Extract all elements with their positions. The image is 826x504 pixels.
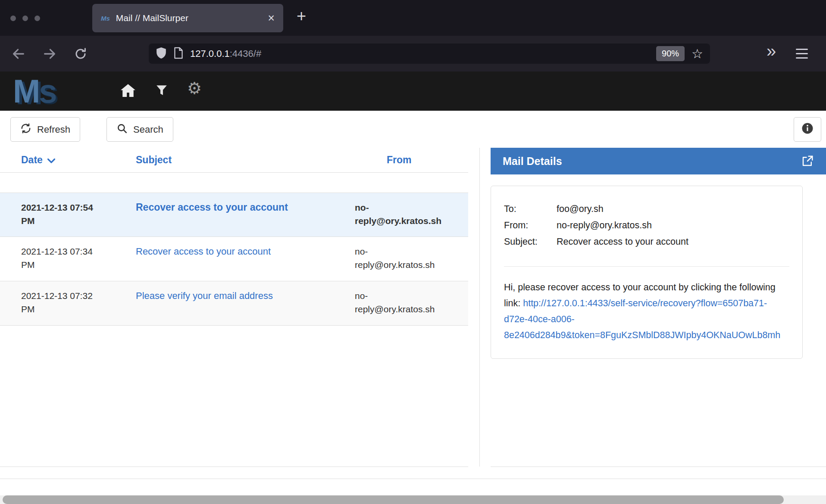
browser-toolbar: 127.0.0.1:4436/# 90% ☆ » xyxy=(0,36,826,72)
browser-tab-strip: Ms Mail // MailSlurper × + xyxy=(0,0,826,36)
mail-subject-link[interactable]: Recover access to your account xyxy=(136,246,271,257)
logo-letter-m: M xyxy=(13,73,39,109)
refresh-button[interactable]: Refresh xyxy=(10,117,80,142)
recovery-link[interactable]: http://127.0.0.1:4433/self-service/recov… xyxy=(504,298,780,340)
url-text: 127.0.0.1:4436/# xyxy=(190,48,649,59)
settings-gear-icon[interactable]: ⚙ xyxy=(187,80,202,96)
open-external-icon[interactable] xyxy=(801,155,814,168)
new-tab-button[interactable]: + xyxy=(297,7,306,25)
mail-meta: To: foo@ory.sh From: no-reply@ory.kratos… xyxy=(504,201,789,250)
info-icon xyxy=(801,122,814,137)
browser-window: Ms Mail // MailSlurper × + 127.0.0.1:443… xyxy=(0,0,826,504)
window-button-dot[interactable] xyxy=(34,16,40,21)
window-controls[interactable] xyxy=(10,16,40,21)
forward-icon[interactable] xyxy=(41,46,58,62)
mail-details-title: Mail Details xyxy=(503,155,801,168)
refresh-label: Refresh xyxy=(37,124,70,135)
url-bar[interactable]: 127.0.0.1:4436/# 90% ☆ xyxy=(149,44,710,64)
mail-details-header: Mail Details xyxy=(491,148,826,174)
from-label: From: xyxy=(504,217,557,233)
window-button-dot[interactable] xyxy=(22,16,28,21)
to-label: To: xyxy=(504,201,557,217)
column-header-subject[interactable]: Subject xyxy=(136,154,355,166)
overflow-menu-icon[interactable]: » xyxy=(767,41,776,61)
from-value: no-reply@ory.kratos.sh xyxy=(557,217,652,233)
logo-letter-s: s xyxy=(39,73,56,109)
mailslurper-logo: Ms xyxy=(13,72,56,111)
mail-list-row[interactable]: 2021-12-13 07:54 PM Recover access to yo… xyxy=(0,193,468,237)
mail-from: no-reply@ory.kratos.sh xyxy=(355,201,446,236)
browser-tab[interactable]: Ms Mail // MailSlurper × xyxy=(92,4,283,32)
mail-from: no-reply@ory.kratos.sh xyxy=(355,289,446,325)
zoom-level-badge[interactable]: 90% xyxy=(656,46,685,61)
mail-list-header: Date Subject From xyxy=(0,148,468,173)
divider-line xyxy=(491,467,826,467)
mail-list: 2021-12-13 07:54 PM Recover access to yo… xyxy=(0,193,468,326)
column-header-from[interactable]: From xyxy=(355,154,412,166)
subject-label: Subject: xyxy=(504,233,557,250)
mail-list-row[interactable]: 2021-12-13 07:34 PM Recover access to yo… xyxy=(0,237,468,281)
mailslurper-favicon-icon: Ms xyxy=(101,15,110,22)
reload-icon[interactable] xyxy=(72,46,89,62)
mail-details-card: To: foo@ory.sh From: no-reply@ory.kratos… xyxy=(491,186,803,359)
from-header-label: From xyxy=(387,154,412,166)
divider-line xyxy=(0,479,826,479)
url-host: 127.0.0.1 xyxy=(190,48,230,59)
info-button[interactable] xyxy=(794,117,821,142)
search-button[interactable]: Search xyxy=(106,117,173,142)
sort-caret-down-icon xyxy=(47,158,56,164)
window-button-dot[interactable] xyxy=(10,16,16,21)
shield-icon[interactable] xyxy=(156,47,167,61)
bookmark-star-icon[interactable]: ☆ xyxy=(691,47,703,60)
mail-body: Hi, please recover access to your accoun… xyxy=(504,280,789,343)
page-icon xyxy=(174,47,183,61)
mailslurper-navbar: Ms ⚙ xyxy=(0,72,826,111)
pane-divider xyxy=(479,148,480,467)
mail-subject-link[interactable]: Recover access to your account xyxy=(136,202,288,213)
home-icon[interactable] xyxy=(121,84,135,99)
back-icon[interactable] xyxy=(10,46,27,62)
refresh-icon xyxy=(20,123,31,137)
mail-date: 2021-12-13 07:34 PM xyxy=(21,245,136,281)
mail-subject-link[interactable]: Please verify your email address xyxy=(136,290,273,301)
subject-value: Recover access to your account xyxy=(557,233,688,250)
scrollbar-thumb[interactable] xyxy=(3,495,784,504)
mail-from: no-reply@ory.kratos.sh xyxy=(355,245,446,281)
mail-date: 2021-12-13 07:54 PM xyxy=(21,201,136,236)
search-label: Search xyxy=(133,124,163,135)
subject-header-label: Subject xyxy=(136,154,172,166)
search-icon xyxy=(116,123,128,137)
date-header-label: Date xyxy=(21,154,43,166)
column-header-date[interactable]: Date xyxy=(21,154,136,166)
to-value: foo@ory.sh xyxy=(557,201,604,217)
horizontal-scrollbar[interactable] xyxy=(0,495,826,504)
tab-title: Mail // MailSlurper xyxy=(116,13,268,23)
mail-date: 2021-12-13 07:32 PM xyxy=(21,289,136,325)
menu-icon[interactable] xyxy=(796,49,808,59)
tab-close-icon[interactable]: × xyxy=(268,12,275,24)
mail-list-row[interactable]: 2021-12-13 07:32 PM Please verify your e… xyxy=(0,281,468,326)
divider-line xyxy=(0,467,468,467)
card-divider xyxy=(504,266,789,267)
url-path: :4436/# xyxy=(230,48,261,59)
filter-icon[interactable] xyxy=(156,85,167,98)
